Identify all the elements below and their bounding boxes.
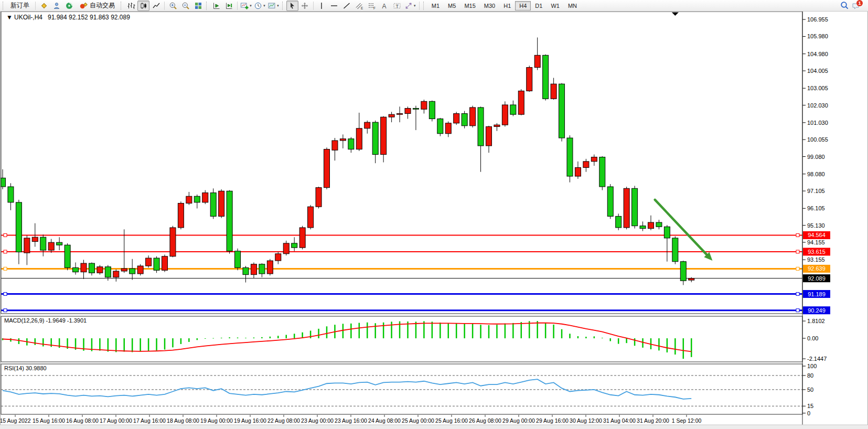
vertical-line-button[interactable] bbox=[316, 1, 328, 11]
svg-text:93.155: 93.155 bbox=[807, 256, 825, 263]
line-anchor bbox=[4, 233, 7, 237]
channel-button[interactable]: E bbox=[353, 1, 366, 11]
horizontal-line-button[interactable] bbox=[328, 1, 340, 11]
svg-text:1 Sep 12:00: 1 Sep 12:00 bbox=[672, 417, 702, 424]
candlestick-chart-button[interactable] bbox=[137, 1, 149, 11]
navigator-button[interactable] bbox=[50, 1, 62, 11]
main-toolbar: 新订单 自动交易 ▼ ▼ ▼ E F A T ▼ M1M5M15M30H1H4D… bbox=[0, 0, 868, 12]
line-anchor bbox=[796, 250, 799, 253]
svg-text:100: 100 bbox=[807, 363, 817, 369]
toolbar-drag-handle[interactable] bbox=[121, 2, 123, 10]
toolbar-drag-handle[interactable] bbox=[282, 2, 284, 10]
timeframe-H4-button[interactable]: H4 bbox=[515, 1, 531, 10]
svg-text:0: 0 bbox=[807, 410, 810, 416]
toolbar-drag-handle[interactable] bbox=[206, 2, 208, 10]
svg-text:24 Aug 08:00: 24 Aug 08:00 bbox=[368, 417, 401, 424]
ohlc-collapse-arrow: ▼ bbox=[6, 14, 13, 21]
line-chart-icon bbox=[152, 2, 160, 10]
horizontal-line-icon bbox=[330, 2, 338, 10]
timeframe-toolbar: M1M5M15M30H1H4D1W1MN bbox=[427, 1, 581, 10]
search-button[interactable] bbox=[839, 1, 851, 11]
timeframe-D1-button[interactable]: D1 bbox=[531, 1, 546, 10]
toolbar-separator bbox=[313, 2, 314, 10]
svg-text:15 Aug 16:00: 15 Aug 16:00 bbox=[33, 417, 65, 424]
toolbar-separator bbox=[35, 2, 36, 10]
svg-text:15: 15 bbox=[807, 403, 813, 409]
periods-button[interactable]: ▼ bbox=[253, 1, 266, 11]
line-anchor bbox=[4, 309, 7, 312]
svg-text:19 Aug 00:00: 19 Aug 00:00 bbox=[200, 417, 233, 424]
line-chart-button[interactable] bbox=[150, 1, 162, 11]
svg-text:94.564: 94.564 bbox=[808, 232, 826, 238]
zoom-out-button[interactable] bbox=[179, 1, 191, 11]
fibonacci-button[interactable]: F bbox=[366, 1, 378, 11]
swirl-icon bbox=[65, 2, 73, 10]
auto-scroll-button[interactable] bbox=[210, 1, 222, 11]
timeframe-M5-button[interactable]: M5 bbox=[444, 1, 460, 10]
timeframe-M30-button[interactable]: M30 bbox=[480, 1, 499, 10]
svg-text:23 Aug 16:00: 23 Aug 16:00 bbox=[335, 417, 367, 424]
chart-shift-button[interactable] bbox=[223, 1, 235, 11]
search-icon bbox=[840, 1, 849, 10]
trendline-icon bbox=[342, 2, 351, 10]
svg-text:23 Aug 00:00: 23 Aug 00:00 bbox=[301, 417, 334, 424]
line-anchor bbox=[4, 293, 7, 296]
timeframe-H1-button[interactable]: H1 bbox=[499, 1, 515, 10]
zoom-out-icon bbox=[181, 2, 190, 10]
toolbar-separator bbox=[419, 2, 420, 10]
line-anchor bbox=[796, 233, 799, 237]
timeframe-W1-button[interactable]: W1 bbox=[546, 1, 564, 10]
macd-label: MACD(12,26,9) -1.9649 -1.3901 bbox=[4, 317, 87, 324]
svg-text:1.8102: 1.8102 bbox=[807, 318, 825, 324]
svg-text:102.030: 102.030 bbox=[807, 102, 828, 109]
templates-button[interactable]: ▼ bbox=[267, 1, 280, 11]
timeframe-M1-button[interactable]: M1 bbox=[427, 1, 444, 10]
add-indicator-icon bbox=[240, 2, 249, 10]
svg-text:17 Aug 16:00: 17 Aug 16:00 bbox=[133, 417, 166, 424]
text-button[interactable]: A bbox=[379, 1, 391, 11]
time-axis[interactable]: 15 Aug 202215 Aug 16:0016 Aug 08:0017 Au… bbox=[0, 415, 701, 424]
price-chart[interactable]: ▼UKOil-,H491.984 92.152 91.863 92.089106… bbox=[0, 12, 868, 429]
indicators-button[interactable]: ▼ bbox=[240, 1, 253, 11]
svg-text:91.189: 91.189 bbox=[808, 291, 826, 297]
candlestick-icon bbox=[140, 2, 148, 10]
chevron-down-icon: ▼ bbox=[249, 4, 252, 7]
line-anchor bbox=[796, 309, 799, 312]
svg-text:F: F bbox=[373, 6, 376, 9]
timeframe-M15-button[interactable]: M15 bbox=[460, 1, 479, 10]
person-icon bbox=[52, 2, 61, 10]
trendline-button[interactable] bbox=[341, 1, 353, 11]
svg-text:E: E bbox=[361, 6, 363, 9]
channel-icon: E bbox=[355, 2, 363, 10]
chart-shift-icon bbox=[225, 2, 233, 10]
svg-text:105.980: 105.980 bbox=[807, 33, 828, 39]
cursor-button[interactable] bbox=[286, 1, 298, 11]
svg-text:95.130: 95.130 bbox=[807, 222, 825, 229]
template-icon bbox=[267, 2, 276, 10]
text-label-icon: T bbox=[393, 2, 401, 10]
notifications-button[interactable]: 1 bbox=[851, 1, 867, 11]
new-order-button[interactable]: 新订单 bbox=[7, 1, 33, 11]
chevron-down-icon: ▼ bbox=[276, 4, 280, 7]
chart-title: UKOil-,H491.984 92.152 91.863 92.089 bbox=[14, 14, 130, 21]
tile-windows-icon bbox=[194, 2, 202, 10]
text-icon: A bbox=[380, 2, 389, 10]
crosshair-button[interactable] bbox=[299, 1, 311, 11]
market-watch-button[interactable] bbox=[38, 1, 50, 11]
bar-chart-button[interactable] bbox=[125, 1, 137, 11]
zoom-in-button[interactable] bbox=[167, 1, 179, 11]
svg-text:19 Aug 16:00: 19 Aug 16:00 bbox=[234, 417, 266, 424]
toolbar-drag-handle[interactable] bbox=[423, 2, 425, 10]
toolbar-drag-handle[interactable] bbox=[3, 2, 5, 10]
terminal-button[interactable] bbox=[63, 1, 75, 11]
bar-chart-icon bbox=[127, 2, 135, 10]
svg-text:25 Aug 00:00: 25 Aug 00:00 bbox=[402, 417, 434, 424]
timeframe-MN-button[interactable]: MN bbox=[564, 1, 581, 10]
arrows-button[interactable]: ▼ bbox=[404, 1, 417, 11]
toolbar-separator bbox=[164, 2, 165, 10]
crosshair-icon bbox=[301, 2, 309, 10]
new-order-label: 新订单 bbox=[10, 1, 29, 10]
text-label-button[interactable]: T bbox=[391, 1, 403, 11]
tile-windows-button[interactable] bbox=[192, 1, 204, 11]
autotrading-button[interactable]: 自动交易 bbox=[76, 1, 119, 11]
